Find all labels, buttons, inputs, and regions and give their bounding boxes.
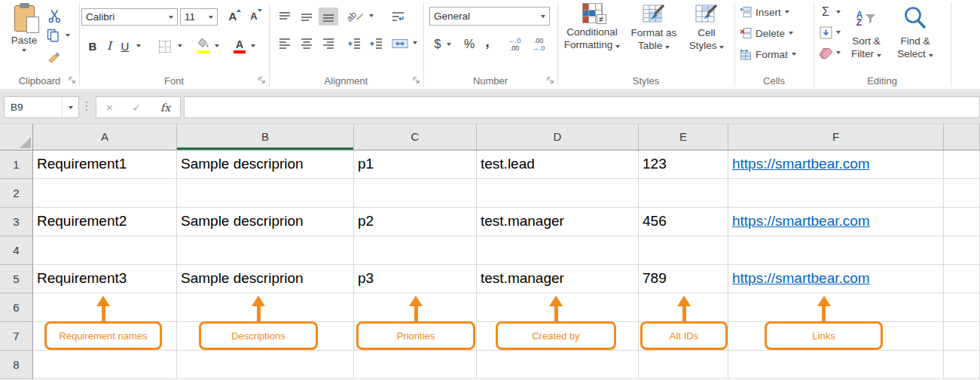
formula-bar-resize-handle[interactable]	[86, 102, 87, 111]
cell-g6[interactable]	[944, 293, 980, 322]
font-color-button[interactable]: A	[232, 35, 247, 55]
conditional-formatting-button[interactable]: ≠ Conditional Formatting	[559, 3, 625, 72]
fill-dropdown-arrow-icon[interactable]	[836, 31, 841, 34]
percent-style-button[interactable]: %	[461, 35, 478, 54]
cell-c8[interactable]	[354, 351, 477, 379]
cell-g7[interactable]	[944, 322, 980, 351]
cell-f3[interactable]: https://smartbear.com	[728, 208, 944, 236]
paste-button[interactable]: Paste	[5, 4, 44, 52]
row-header-2[interactable]: 2	[0, 179, 33, 208]
insert-cells-button[interactable]: Insert	[740, 6, 789, 18]
borders-button[interactable]	[157, 39, 172, 54]
row-header-8[interactable]: 8	[0, 351, 33, 379]
cell-a1[interactable]: Requirement1	[33, 150, 177, 179]
name-box[interactable]: B9	[4, 96, 79, 118]
cell-a2[interactable]	[33, 179, 177, 208]
column-header-b[interactable]: B	[177, 124, 354, 150]
row-header-5[interactable]: 5	[0, 265, 33, 293]
dialog-launcher-icon[interactable]	[68, 76, 76, 84]
row-header-3[interactable]: 3	[0, 208, 33, 236]
copy-dropdown-arrow-icon[interactable]	[66, 34, 70, 37]
cell-d5[interactable]: test.manager	[477, 265, 639, 293]
format-cells-button[interactable]: Format	[740, 48, 796, 60]
cell-e5[interactable]: 789	[639, 265, 728, 293]
cell-g8[interactable]	[944, 351, 980, 379]
orientation-dropdown-arrow-icon[interactable]	[369, 14, 374, 17]
cell-g2[interactable]	[944, 179, 980, 208]
cut-button[interactable]	[45, 8, 63, 24]
underline-button[interactable]: U	[118, 36, 133, 56]
cell-g4[interactable]	[944, 236, 980, 265]
row-header-4[interactable]: 4	[0, 236, 33, 265]
cell-c5[interactable]: p3	[354, 265, 477, 293]
increase-decimal-button[interactable]: ←.0 .00	[505, 35, 524, 54]
cell-c1[interactable]: p1	[354, 150, 477, 179]
cell-e2[interactable]	[639, 179, 728, 208]
align-center-button[interactable]	[297, 35, 316, 53]
column-header-partial[interactable]	[944, 124, 980, 150]
cell-d2[interactable]	[477, 179, 639, 208]
cell-e1[interactable]: 123	[639, 150, 728, 179]
cell-f5[interactable]: https://smartbear.com	[728, 265, 944, 293]
cell-g3[interactable]	[944, 208, 980, 236]
cell-e3[interactable]: 456	[639, 208, 728, 236]
format-as-table-button[interactable]: Format as Table	[627, 3, 681, 72]
cell-a5[interactable]: Requirement3	[33, 265, 177, 293]
borders-dropdown-arrow-icon[interactable]	[178, 44, 182, 47]
column-header-d[interactable]: D	[477, 124, 639, 150]
font-size-combobox[interactable]: 11	[180, 8, 218, 26]
middle-align-button[interactable]	[297, 8, 316, 26]
cell-e4[interactable]	[639, 236, 728, 265]
fill-button[interactable]	[818, 25, 833, 40]
clear-button[interactable]	[818, 45, 833, 60]
cell-a8[interactable]	[33, 351, 177, 379]
hyperlink[interactable]: https://smartbear.com	[732, 156, 870, 172]
select-all-button[interactable]	[0, 124, 33, 150]
cell-g5[interactable]	[944, 265, 980, 293]
find-select-button[interactable]: Find & Select	[892, 3, 939, 72]
dialog-launcher-icon[interactable]	[412, 76, 420, 84]
format-painter-button[interactable]	[45, 47, 63, 64]
column-header-e[interactable]: E	[639, 124, 728, 150]
column-header-c[interactable]: C	[354, 124, 477, 150]
cell-f1[interactable]: https://smartbear.com	[728, 150, 944, 179]
cell-styles-button[interactable]: Cell Styles	[682, 3, 731, 72]
cell-e8[interactable]	[639, 351, 728, 379]
clear-dropdown-arrow-icon[interactable]	[836, 51, 841, 54]
cell-d4[interactable]	[477, 236, 639, 265]
decrease-indent-button[interactable]	[344, 35, 364, 53]
cell-f4[interactable]	[728, 236, 944, 265]
cell-f8[interactable]	[728, 351, 944, 379]
autosum-button[interactable]: Σ	[818, 4, 833, 20]
align-right-button[interactable]	[319, 35, 338, 53]
accounting-format-button[interactable]: $	[431, 35, 444, 54]
cell-f2[interactable]	[728, 179, 944, 208]
font-color-dropdown-arrow-icon[interactable]	[251, 44, 255, 47]
formula-input[interactable]	[184, 96, 980, 118]
hyperlink[interactable]: https://smartbear.com	[732, 213, 870, 229]
orientation-button[interactable]: ab	[344, 8, 365, 26]
cell-c3[interactable]: p2	[354, 208, 477, 236]
cell-b3[interactable]: Sample descriprion	[177, 208, 354, 236]
bold-button[interactable]: B	[84, 36, 101, 56]
cell-b1[interactable]: Sample descriprion	[177, 150, 354, 179]
autosum-dropdown-arrow-icon[interactable]	[836, 11, 841, 14]
column-header-a[interactable]: A	[33, 124, 177, 150]
decrease-decimal-button[interactable]: .00 →.0	[529, 35, 548, 54]
row-header-6[interactable]: 6	[0, 293, 33, 322]
font-name-combobox[interactable]: Calibri	[81, 8, 178, 26]
merge-dropdown-arrow-icon[interactable]	[413, 41, 417, 44]
column-header-f[interactable]: F	[728, 124, 944, 150]
top-align-button[interactable]	[275, 8, 295, 26]
sort-filter-button[interactable]: AZ Sort & Filter	[844, 3, 889, 72]
copy-button[interactable]	[44, 27, 62, 44]
fill-color-dropdown-arrow-icon[interactable]	[215, 44, 219, 47]
increase-indent-button[interactable]	[366, 35, 386, 53]
accounting-dropdown-arrow-icon[interactable]	[447, 43, 451, 46]
delete-cells-button[interactable]: Delete	[740, 27, 793, 39]
cell-b5[interactable]: Sample descriprion	[177, 265, 354, 293]
shrink-font-button[interactable]: A	[244, 8, 264, 26]
fill-color-button[interactable]	[196, 35, 211, 55]
cell-d1[interactable]: test.lead	[477, 150, 639, 179]
cell-c4[interactable]	[354, 236, 477, 265]
